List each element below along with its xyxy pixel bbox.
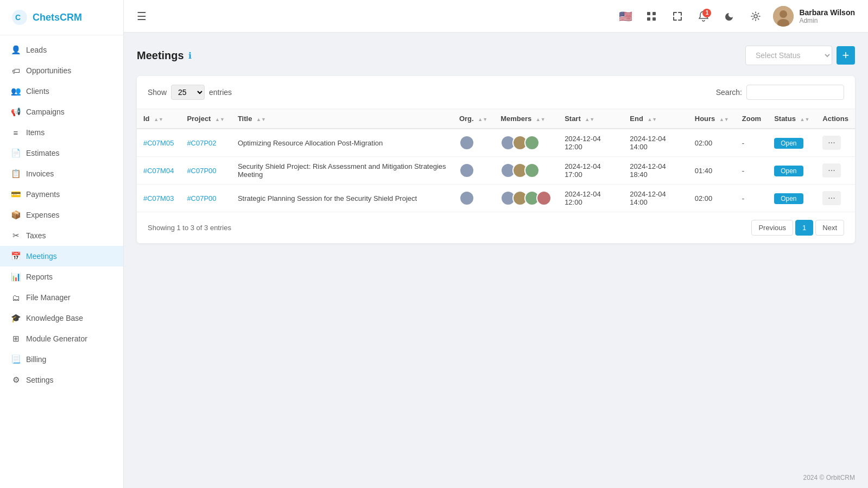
meeting-members xyxy=(494,185,558,212)
meeting-start: 2024-12-04 17:00 xyxy=(558,157,623,185)
add-meeting-button[interactable]: + xyxy=(837,46,855,65)
reports-icon: 📊 xyxy=(11,272,21,282)
action-menu-button[interactable]: ··· xyxy=(822,191,840,205)
sidebar-item-label: Opportunities xyxy=(26,66,71,75)
col-id[interactable]: Id ▲▼ xyxy=(137,109,180,129)
sidebar-item-invoices[interactable]: 📋Invoices xyxy=(0,163,123,184)
sidebar-item-payments[interactable]: 💳Payments xyxy=(0,184,123,205)
settings-icon: ⚙ xyxy=(11,375,21,385)
avatar xyxy=(773,6,794,27)
avatar-group xyxy=(459,163,487,178)
col-end[interactable]: End ▲▼ xyxy=(623,109,688,129)
clients-icon: 👥 xyxy=(11,86,21,96)
meeting-title: Optimizing Resource Allocation Post-Migr… xyxy=(231,129,453,157)
status-badge: Open xyxy=(774,138,803,149)
meeting-project: #C07P00 xyxy=(180,185,231,212)
table-row: #C07M04 #C07P00 Security Shield Project:… xyxy=(137,157,855,185)
col-status[interactable]: Status ▲▼ xyxy=(768,109,816,129)
invoices-icon: 📋 xyxy=(11,169,21,179)
sidebar-item-expenses[interactable]: 📦Expenses xyxy=(0,205,123,225)
leads-icon: 👤 xyxy=(11,45,21,55)
svg-rect-3 xyxy=(652,12,656,15)
table-row: #C07M03 #C07P00 Strategic Planning Sessi… xyxy=(137,185,855,212)
sidebar-item-items[interactable]: ≡Items xyxy=(0,122,123,143)
action-menu-button[interactable]: ··· xyxy=(822,163,840,178)
meeting-actions: ··· xyxy=(816,185,855,212)
sidebar-item-label: Billing xyxy=(26,355,46,364)
sidebar-nav: 👤Leads🏷Opportunities👥Clients📢Campaigns≡I… xyxy=(0,35,123,488)
sidebar-item-estimates[interactable]: 📄Estimates xyxy=(0,143,123,163)
action-menu-button[interactable]: ··· xyxy=(822,136,840,150)
meeting-end: 2024-12-04 14:00 xyxy=(623,129,688,157)
sidebar-item-reports[interactable]: 📊Reports xyxy=(0,267,123,287)
sidebar-item-taxes[interactable]: ✂Taxes xyxy=(0,225,123,246)
next-button[interactable]: Next xyxy=(815,220,844,236)
app-name: ChetsCRM xyxy=(33,12,82,23)
meeting-members xyxy=(494,157,558,185)
sidebar-item-label: Invoices xyxy=(26,169,54,178)
meeting-id: #C07M03 xyxy=(137,185,180,212)
svg-rect-4 xyxy=(647,17,650,21)
meeting-status: Open xyxy=(768,129,816,157)
sidebar-item-leads[interactable]: 👤Leads xyxy=(0,40,123,60)
entries-per-page-select[interactable]: 25 10 50 100 xyxy=(171,85,205,100)
svg-rect-2 xyxy=(647,12,650,15)
flag-icon[interactable]: 🇺🇸 xyxy=(617,8,634,25)
meeting-members xyxy=(494,129,558,157)
col-start[interactable]: Start ▲▼ xyxy=(558,109,623,129)
col-zoom: Zoom xyxy=(736,109,768,129)
items-icon: ≡ xyxy=(11,128,21,137)
col-project[interactable]: Project ▲▼ xyxy=(180,109,231,129)
sidebar-item-billing[interactable]: 📃Billing xyxy=(0,349,123,370)
billing-icon: 📃 xyxy=(11,354,21,364)
sidebar-item-module-generator[interactable]: ⊞Module Generator xyxy=(0,328,123,349)
sidebar-item-campaigns[interactable]: 📢Campaigns xyxy=(0,102,123,122)
meeting-zoom: - xyxy=(736,157,768,185)
meeting-project: #C07P00 xyxy=(180,157,231,185)
col-hours[interactable]: Hours ▲▼ xyxy=(688,109,736,129)
notification-icon[interactable]: 1 xyxy=(695,8,712,25)
avatar-circle xyxy=(536,191,552,206)
sidebar-item-label: Estimates xyxy=(26,149,59,157)
knowledge-base-icon: 🎓 xyxy=(11,313,21,323)
hamburger-icon[interactable]: ☰ xyxy=(137,10,147,23)
table-row: #C07M05 #C07P02 Optimizing Resource Allo… xyxy=(137,129,855,157)
fullscreen-icon[interactable] xyxy=(669,8,686,25)
opportunities-icon: 🏷 xyxy=(11,66,21,75)
showing-text: Showing 1 to 3 of 3 entries xyxy=(148,224,231,232)
meeting-end: 2024-12-04 18:40 xyxy=(623,157,688,185)
meeting-zoom: - xyxy=(736,129,768,157)
search-input[interactable] xyxy=(746,85,844,100)
dark-mode-icon[interactable] xyxy=(721,8,738,25)
col-title[interactable]: Title ▲▼ xyxy=(231,109,453,129)
meeting-title: Strategic Planning Session for the Secur… xyxy=(231,185,453,212)
sidebar-item-meetings[interactable]: 📅Meetings xyxy=(0,246,123,267)
pagination: Previous 1 Next xyxy=(751,220,844,236)
payments-icon: 💳 xyxy=(11,189,21,199)
file-manager-icon: 🗂 xyxy=(11,293,21,302)
status-filter[interactable]: Select Status Open Closed xyxy=(745,46,832,65)
sidebar-item-knowledge-base[interactable]: 🎓Knowledge Base xyxy=(0,308,123,328)
user-info[interactable]: Barbara Wilson Admin xyxy=(773,6,855,27)
info-icon[interactable]: ℹ xyxy=(188,50,192,61)
search-wrap: Search: xyxy=(716,85,844,100)
previous-button[interactable]: Previous xyxy=(751,220,793,236)
settings-icon[interactable] xyxy=(747,8,764,25)
sidebar-item-label: Meetings xyxy=(26,252,57,261)
col-org[interactable]: Org. ▲▼ xyxy=(453,109,494,129)
avatar-circle xyxy=(459,135,474,150)
col-members[interactable]: Members ▲▼ xyxy=(494,109,558,129)
sidebar-item-opportunities[interactable]: 🏷Opportunities xyxy=(0,60,123,81)
page-1-button[interactable]: 1 xyxy=(795,220,813,236)
page-title-wrap: Meetings ℹ xyxy=(137,49,192,62)
logo[interactable]: C ChetsCRM xyxy=(0,0,123,35)
meeting-status: Open xyxy=(768,185,816,212)
grid-icon[interactable] xyxy=(643,8,660,25)
user-details: Barbara Wilson Admin xyxy=(799,8,855,24)
sidebar-item-settings[interactable]: ⚙Settings xyxy=(0,370,123,390)
page-footer: 2024 © OrbitCRM xyxy=(124,467,868,488)
sidebar-item-file-manager[interactable]: 🗂File Manager xyxy=(0,287,123,308)
sidebar-item-clients[interactable]: 👥Clients xyxy=(0,81,123,102)
sidebar-item-label: Settings xyxy=(26,376,54,384)
avatar-group xyxy=(459,191,487,206)
